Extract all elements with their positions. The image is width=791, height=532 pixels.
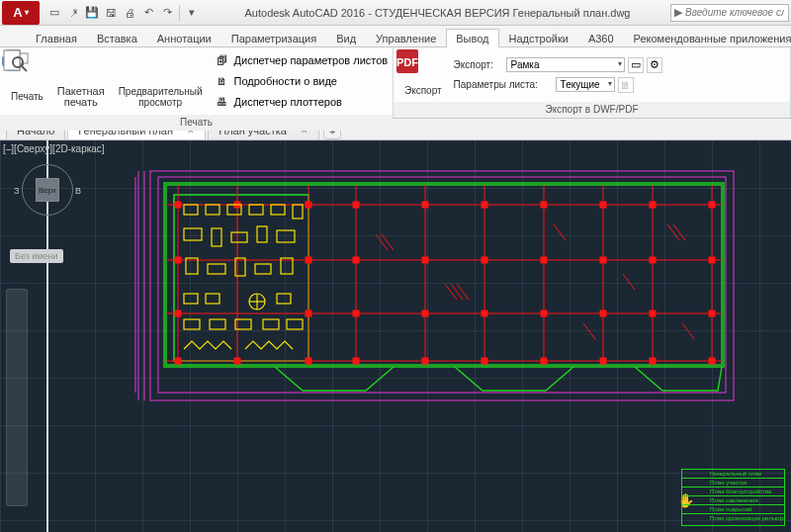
tab-annotate[interactable]: Аннотации (147, 29, 221, 47)
view-controls-label[interactable]: [–][Сверху][2D-каркас] (3, 143, 105, 154)
svg-rect-90 (212, 228, 221, 246)
title-bar: A ▭ ⭷ 💾 🖫 🖨 ↶ ↷ ▾ Autodesk AutoCAD 2016 … (0, 0, 791, 26)
view-name-tag[interactable]: Без имени (10, 249, 63, 263)
tab-featured[interactable]: Рекомендованные приложения (624, 29, 791, 47)
sheet-params-dropdown[interactable]: Текущие (556, 77, 615, 92)
viewcube-face[interactable]: Верх (36, 178, 59, 202)
print-label: Печать (11, 91, 44, 102)
viewcube[interactable]: Верх З В (18, 160, 77, 220)
svg-rect-55 (353, 310, 359, 316)
panel-export: PDF Экспорт Экспорт: Рамка ▭ ⚙ Параметры… (394, 47, 791, 118)
saveas-icon[interactable]: 🖫 (102, 4, 120, 22)
app-menu-button[interactable]: A (2, 1, 40, 25)
batch-print-label: Пакетнаяпечать (57, 86, 105, 108)
save-icon[interactable]: 💾 (83, 4, 101, 22)
redo-icon[interactable]: ↷ (158, 4, 176, 22)
svg-line-78 (623, 274, 635, 290)
print-icon[interactable]: 🖨 (121, 4, 138, 22)
quick-access-toolbar: ▭ ⭷ 💾 🖫 🖨 ↶ ↷ ▾ (42, 4, 205, 22)
svg-rect-47 (422, 257, 428, 263)
tab-output[interactable]: Вывод (446, 29, 498, 47)
svg-rect-92 (257, 226, 267, 242)
svg-rect-62 (175, 358, 181, 364)
svg-rect-46 (353, 257, 359, 263)
search-input[interactable] (685, 7, 784, 18)
svg-rect-91 (231, 232, 247, 242)
view-details-button[interactable]: 🗎Подробности о виде (211, 71, 393, 91)
tab-parametric[interactable]: Параметризация (221, 29, 326, 47)
panel-print: Печать Пакетнаяпечать Предварительный пр… (0, 47, 394, 118)
svg-rect-52 (709, 257, 715, 263)
export-label: Экспорт (404, 85, 442, 96)
svg-rect-66 (422, 358, 428, 364)
svg-rect-18 (164, 183, 724, 367)
tab-home[interactable]: Главная (26, 29, 87, 47)
svg-rect-86 (249, 205, 263, 215)
plotter-icon: 🖶 (215, 94, 230, 110)
svg-rect-45 (306, 257, 311, 263)
tab-addins[interactable]: Надстройки (499, 29, 578, 47)
svg-rect-87 (271, 205, 285, 215)
plotter-mgr-label: Диспетчер плоттеров (234, 96, 342, 108)
svg-rect-88 (293, 205, 303, 219)
export-ext2-icon[interactable]: ⚙ (647, 57, 662, 73)
export-ext1-icon[interactable]: ▭ (628, 57, 644, 73)
svg-rect-50 (600, 257, 606, 263)
page-setup-icon: 🗐 (215, 52, 230, 68)
export-button[interactable]: PDF Экспорт (397, 51, 449, 99)
plotter-mgr-button[interactable]: 🖶Диспетчер плоттеров (211, 92, 393, 112)
svg-rect-83 (184, 205, 198, 215)
undo-icon[interactable]: ↶ (139, 4, 157, 22)
tab-insert[interactable]: Вставка (87, 29, 147, 47)
svg-rect-44 (175, 257, 181, 263)
open-icon[interactable]: ⭷ (64, 4, 82, 22)
svg-rect-36 (306, 202, 311, 208)
viewcube-w[interactable]: З (14, 186, 19, 196)
svg-rect-103 (206, 294, 220, 304)
svg-line-77 (554, 224, 566, 240)
svg-rect-70 (650, 358, 656, 364)
svg-rect-97 (255, 264, 271, 274)
tab-manage[interactable]: Управление (366, 29, 446, 47)
new-icon[interactable]: ▭ (45, 4, 63, 22)
sheet-ext-icon[interactable]: 🗎 (618, 77, 634, 93)
svg-rect-89 (184, 228, 202, 240)
tb-row: План благоустройства (682, 488, 784, 496)
svg-line-9 (22, 66, 27, 71)
svg-rect-84 (206, 205, 220, 215)
search-play-icon: ▶ (674, 6, 682, 19)
title-block[interactable]: Генеральный план План участка План благо… (681, 469, 785, 526)
svg-rect-104 (277, 294, 291, 304)
svg-rect-60 (650, 310, 656, 316)
drawing-canvas[interactable]: [–][Сверху][2D-каркас] Верх З В Без имен… (0, 140, 791, 532)
qat-separator (179, 5, 180, 21)
svg-rect-42 (650, 202, 656, 208)
svg-line-72 (376, 234, 388, 250)
tb-row: План озеленения (682, 496, 784, 505)
svg-line-73 (382, 234, 394, 250)
export-type-label: Экспорт: (454, 59, 503, 70)
batch-print-button[interactable]: Пакетнаяпечать (50, 49, 112, 113)
preview-button[interactable]: Предварительный просмотр (112, 49, 210, 113)
batch-printer-icon (66, 55, 96, 85)
preview-icon (145, 55, 175, 85)
search-box[interactable]: ▶ (670, 4, 789, 22)
svg-rect-39 (482, 202, 487, 208)
svg-rect-41 (600, 202, 606, 208)
tb-row: План покрытий (682, 505, 784, 514)
tb-row: Генеральный план (682, 470, 784, 479)
export-type-dropdown[interactable]: Рамка (506, 57, 625, 72)
ribbon: Печать Пакетнаяпечать Предварительный пр… (0, 47, 791, 119)
tab-view[interactable]: Вид (326, 29, 366, 47)
svg-line-80 (673, 224, 685, 240)
svg-rect-69 (600, 358, 606, 364)
page-setup-mgr-button[interactable]: 🗐Диспетчер параметров листов (211, 50, 393, 70)
svg-rect-54 (306, 310, 311, 316)
navigation-bar[interactable] (6, 289, 28, 506)
svg-rect-65 (353, 358, 359, 364)
svg-line-79 (667, 224, 679, 240)
tab-a360[interactable]: A360 (578, 29, 624, 47)
viewcube-e[interactable]: В (75, 186, 81, 196)
svg-rect-71 (709, 358, 715, 364)
qat-dropdown-icon[interactable]: ▾ (183, 4, 201, 22)
